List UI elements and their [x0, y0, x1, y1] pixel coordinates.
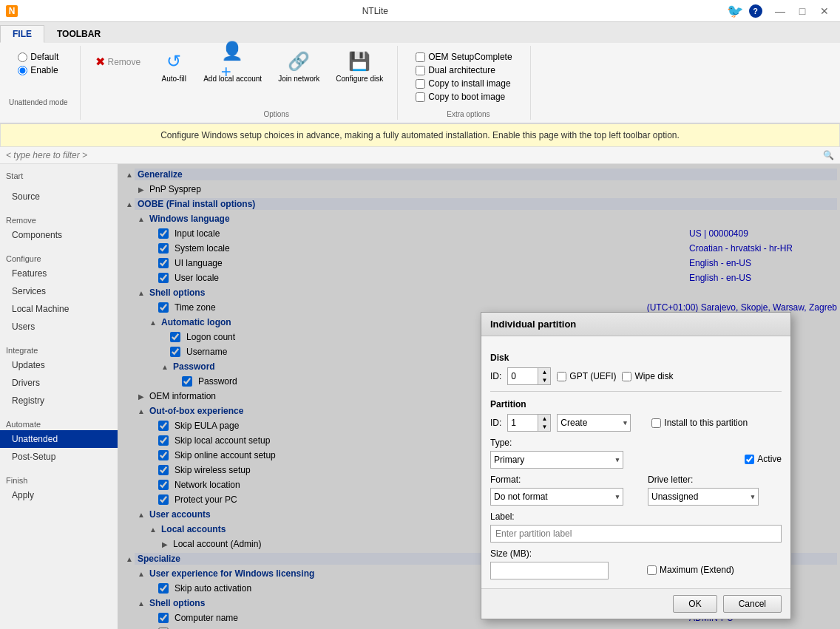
- sidebar-item-apply[interactable]: Apply: [0, 486, 118, 504]
- sidebar-item-local-machine[interactable]: Local Machine: [0, 300, 118, 318]
- sidebar-item-users[interactable]: Users: [0, 318, 118, 336]
- maximum-checkbox-label[interactable]: Maximum (Extend): [647, 565, 734, 575]
- size-section-label: Size (MB):: [490, 548, 623, 559]
- sidebar-item-registry[interactable]: Registry: [0, 392, 118, 409]
- oem-setup-checkbox[interactable]: [416, 52, 425, 62]
- maximize-button[interactable]: □: [793, 4, 812, 18]
- sidebar-item-updates[interactable]: Updates: [0, 356, 118, 374]
- search-icon: 🔍: [823, 150, 834, 160]
- sidebar-item-post-setup[interactable]: Post-Setup: [0, 448, 118, 466]
- sidebar-item-features[interactable]: Features: [0, 265, 118, 282]
- filter-input[interactable]: [6, 150, 823, 160]
- sidebar-section-automate: Automate Unattended Post-Setup: [0, 412, 118, 469]
- add-account-icon: 👤+: [221, 50, 245, 73]
- modal-disk-id-label: ID:: [490, 371, 501, 381]
- auto-fill-button[interactable]: ↺ Auto-fill: [155, 46, 192, 87]
- copy-install-option[interactable]: Copy to install image: [416, 78, 512, 89]
- oem-setup-option[interactable]: OEM SetupComplete: [416, 52, 512, 62]
- install-partition-checkbox-label[interactable]: Install to this partition: [651, 418, 748, 428]
- active-checkbox[interactable]: [745, 455, 754, 464]
- radio-default-input[interactable]: [18, 52, 27, 62]
- ribbon-tabs: FILE TOOLBAR: [0, 22, 840, 43]
- sidebar-item-drivers[interactable]: Drivers: [0, 374, 118, 392]
- unattended-mode-label: Unattended mode: [6, 97, 71, 108]
- sidebar-item-source[interactable]: Source: [0, 188, 118, 205]
- sidebar-item-services[interactable]: Services: [0, 282, 118, 300]
- format-select[interactable]: Do not format: [490, 488, 623, 506]
- active-checkbox-label[interactable]: Active: [745, 454, 782, 464]
- sidebar-label-integrate: Integrate: [0, 341, 118, 356]
- disk-id-up-btn[interactable]: ▲: [538, 368, 550, 376]
- sidebar-section-source: Source: [0, 185, 118, 208]
- modal-drive-field: Drive letter: Unassigned ▼: [648, 475, 782, 506]
- modal-type-active-row: Type: Primary ▼ Active: [490, 438, 782, 469]
- modal-partition-id-label: ID:: [490, 418, 501, 428]
- radio-enable-input[interactable]: [18, 66, 27, 75]
- disk-id-spinner[interactable]: ▲ ▼: [507, 367, 551, 385]
- partition-action-select[interactable]: Create: [557, 414, 631, 432]
- install-partition-checkbox[interactable]: [651, 418, 661, 428]
- partition-id-spinner[interactable]: ▲ ▼: [507, 414, 551, 432]
- svg-text:N: N: [9, 6, 16, 16]
- configure-disk-button[interactable]: 💾 Configure disk: [331, 46, 388, 87]
- close-button[interactable]: ✕: [815, 4, 834, 18]
- help-icon[interactable]: ?: [749, 4, 762, 18]
- wipe-disk-checkbox-label[interactable]: Wipe disk: [622, 371, 673, 381]
- sidebar-label-automate: Automate: [0, 415, 118, 430]
- disk-id-input[interactable]: [508, 368, 538, 384]
- tab-toolbar[interactable]: TOOLBAR: [44, 25, 113, 43]
- copy-boot-checkbox[interactable]: [416, 92, 425, 102]
- partition-id-up-btn[interactable]: ▲: [538, 415, 550, 423]
- sidebar-label-remove: Remove: [0, 211, 118, 226]
- sidebar: Start Source Remove Components Configure…: [0, 164, 118, 629]
- modal-type-label: Type:: [490, 438, 721, 448]
- radio-enable[interactable]: Enable: [18, 65, 58, 75]
- radio-default[interactable]: Default: [18, 52, 58, 62]
- join-network-button[interactable]: 🔗 Join network: [273, 46, 325, 87]
- sidebar-item-unattended[interactable]: Unattended: [0, 430, 118, 448]
- type-select[interactable]: Primary: [490, 451, 623, 469]
- copy-install-checkbox[interactable]: [416, 79, 425, 89]
- sidebar-item-components[interactable]: Components: [0, 226, 118, 244]
- configure-disk-icon: 💾: [348, 50, 371, 73]
- partition-id-down-btn[interactable]: ▼: [538, 423, 550, 431]
- sidebar-section-configure: Configure Features Services Local Machin…: [0, 247, 118, 339]
- remove-section: ✖ Remove: [89, 46, 147, 120]
- cancel-button[interactable]: Cancel: [723, 595, 782, 613]
- gpt-checkbox-label[interactable]: GPT (UEFI): [557, 371, 616, 381]
- modal-partition-row: ID: ▲ ▼ Create ▼: [490, 414, 782, 432]
- modal-size-row: Size (MB): Maximum (Extend): [490, 548, 782, 579]
- extra-options-group-label: Extra options: [407, 110, 529, 118]
- modal-disk-label: Disk: [490, 353, 782, 363]
- sidebar-label-finish: Finish: [0, 472, 118, 486]
- label-section-label: Label:: [490, 511, 782, 522]
- drive-select[interactable]: Unassigned: [648, 488, 759, 506]
- twitter-icon[interactable]: 🐦: [727, 3, 743, 19]
- gpt-checkbox[interactable]: [557, 372, 566, 381]
- copy-boot-option[interactable]: Copy to boot image: [416, 92, 512, 102]
- wipe-disk-checkbox[interactable]: [622, 372, 631, 381]
- remove-button[interactable]: ✖ Remove: [89, 52, 147, 72]
- main-layout: Start Source Remove Components Configure…: [0, 164, 840, 629]
- remove-icon: ✖: [95, 55, 105, 69]
- dual-arch-option[interactable]: Dual architecture: [416, 65, 512, 75]
- partition-action-wrapper: Create ▼: [557, 414, 631, 432]
- maximum-checkbox[interactable]: [647, 565, 657, 575]
- label-input[interactable]: [490, 525, 782, 543]
- add-account-button[interactable]: 👤+ Add local account: [198, 46, 267, 87]
- title-bar-right: 🐦 ? — □ ✕: [727, 3, 834, 19]
- disk-id-down-btn[interactable]: ▼: [538, 376, 550, 384]
- ribbon-group-extra: OEM SetupComplete Dual architecture Copy…: [407, 46, 530, 120]
- ok-button[interactable]: OK: [673, 595, 717, 613]
- ribbon: FILE TOOLBAR Default Enable Unattended m…: [0, 22, 840, 123]
- app-icon: N: [6, 5, 18, 17]
- size-input[interactable]: [490, 562, 609, 579]
- filter-bar: 🔍: [0, 147, 840, 164]
- tab-file[interactable]: FILE: [0, 25, 44, 43]
- minimize-button[interactable]: —: [770, 4, 790, 18]
- extra-options-list: OEM SetupComplete Dual architecture Copy…: [407, 46, 521, 108]
- modal-format-label: Format:: [490, 475, 624, 485]
- ribbon-options-actions: ↺ Auto-fill 👤+ Add local account 🔗 Join …: [155, 46, 388, 108]
- partition-id-input[interactable]: [508, 415, 538, 431]
- dual-arch-checkbox[interactable]: [416, 66, 425, 75]
